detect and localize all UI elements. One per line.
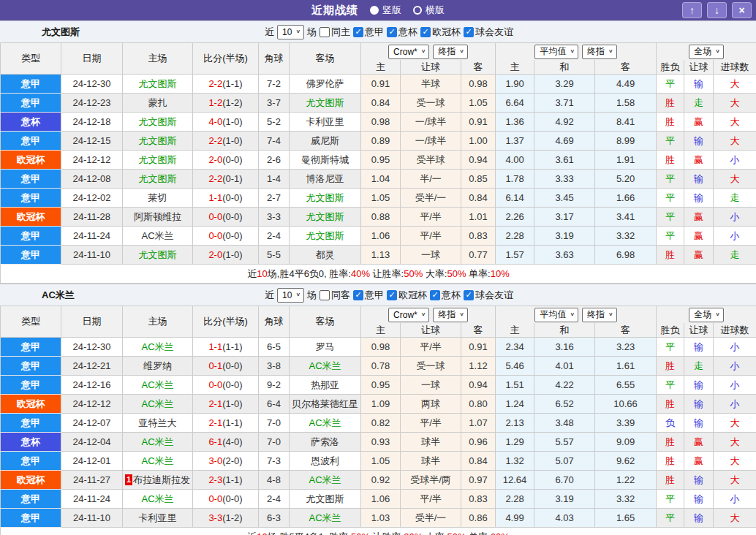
home-team-name: AC米兰 — [141, 493, 173, 504]
same-venue-checkbox[interactable]: 同主 — [320, 26, 350, 39]
full-time-score: 1-2 — [208, 97, 222, 108]
goals-result: 小 — [714, 151, 756, 170]
full-time-score: 1-1 — [208, 192, 222, 203]
handicap-line: 半球 — [401, 75, 461, 94]
bookmaker-select[interactable]: Crow*∨ — [388, 45, 429, 59]
goals-result: 小 — [714, 338, 756, 357]
team-section-2: AC米兰近10∨场同客意甲欧冠杯意杯球会友谊类型日期主场比分(半场)角球客场Cr… — [0, 284, 756, 535]
close-button[interactable]: × — [732, 2, 752, 18]
away-team: 卡利亚里 — [290, 113, 361, 132]
match-result: 胜 — [657, 113, 684, 132]
match-row: 意甲24-12-02莱切1-1(0-0)2-7尤文图斯1.05受半/一0.846… — [1, 189, 756, 208]
summary-value: 10 — [257, 531, 267, 535]
europe-home-odds: 2.34 — [496, 338, 534, 357]
filter-suffix-label: 场 — [307, 26, 317, 39]
league-checkbox-3[interactable]: 意杯 — [430, 289, 461, 302]
match-count-select[interactable]: 10∨ — [277, 25, 304, 39]
full-time-score: 3-0 — [208, 455, 222, 466]
home-team-name: 布拉迪斯拉发 — [133, 474, 190, 485]
europe-away-odds: 1.58 — [595, 94, 657, 113]
bookmaker-select[interactable]: Crow*∨ — [388, 308, 429, 322]
layout-radio-horizontal[interactable]: 横版 — [413, 4, 445, 17]
handicap-result: 赢 — [684, 151, 714, 170]
match-date: 24-12-21 — [61, 357, 123, 376]
away-team: 尤文图斯 — [290, 94, 361, 113]
match-date: 24-12-18 — [61, 113, 123, 132]
league-badge: 意甲 — [1, 170, 61, 189]
move-up-button[interactable]: ↑ — [682, 2, 702, 18]
europe-away-odds: 1.61 — [595, 357, 657, 376]
match-date: 24-12-01 — [61, 452, 123, 471]
half-time-score: (1-2) — [222, 97, 242, 108]
league-checkbox-3[interactable]: 欧冠杯 — [420, 26, 461, 39]
league-badge: 意甲 — [1, 452, 61, 471]
league-badge: 意甲 — [1, 509, 61, 528]
odds-stage-select[interactable]: 终指∨ — [433, 45, 468, 59]
checkbox-label: 球会友谊 — [475, 289, 513, 302]
full-time-score: 2-1 — [208, 398, 222, 409]
checkbox-checked-icon — [430, 290, 440, 300]
home-team: 维罗纳 — [123, 357, 193, 376]
handicap-line: 平/半 — [401, 338, 461, 357]
europe-away-odds: 1.22 — [595, 471, 657, 490]
asia-home-odds: 1.04 — [361, 170, 401, 189]
match-row: 欧冠杯24-12-12尤文图斯2-0(0-0)2-6曼彻斯特城0.95受半球0.… — [1, 151, 756, 170]
half-time-score: (1-0) — [222, 116, 242, 127]
match-row: 意甲24-12-15尤文图斯2-2(1-0)7-4威尼斯0.89一/球半1.00… — [1, 132, 756, 151]
match-date: 24-11-24 — [61, 227, 123, 246]
match-count-select[interactable]: 10∨ — [277, 288, 304, 303]
home-team-name: 维罗纳 — [143, 360, 172, 371]
handicap-line: 两球 — [401, 395, 461, 414]
match-row: 欧冠杯24-11-28阿斯顿维拉0-0(0-0)3-3尤文图斯0.88平/半1.… — [1, 208, 756, 227]
goals-result: 小 — [714, 490, 756, 509]
league-checkbox-4[interactable]: 球会友谊 — [464, 289, 513, 302]
europe-source-select[interactable]: 平均值∨ — [534, 308, 578, 322]
europe-stage-select[interactable]: 终指∨ — [582, 45, 617, 59]
league-checkbox-1[interactable]: 意甲 — [353, 26, 384, 39]
handicap-line: 一球 — [401, 376, 461, 395]
home-team-name: AC米兰 — [141, 398, 173, 409]
home-team: 尤文图斯 — [123, 75, 193, 94]
match-result: 平 — [657, 189, 684, 208]
scope-select[interactable]: 全场∨ — [689, 308, 724, 322]
half-time-score: (1-1) — [222, 78, 242, 89]
move-down-button[interactable]: ↓ — [707, 2, 727, 18]
europe-selects: 平均值∨终指∨ — [496, 45, 656, 59]
layout-radio-vertical[interactable]: 竖版 — [370, 4, 401, 17]
away-team-name: 罗马 — [316, 341, 335, 352]
league-badge: 意甲 — [1, 94, 61, 113]
asia-away-odds: 0.91 — [461, 338, 496, 357]
europe-home-odds: 2.28 — [496, 490, 534, 509]
sub-col-header: 进球数 — [714, 323, 756, 338]
asia-away-odds: 0.83 — [461, 227, 496, 246]
match-date: 24-12-15 — [61, 132, 123, 151]
titlebar: 近期战绩 竖版 横版 ↑ ↓ × — [0, 0, 756, 20]
full-time-score: 0-0 — [208, 379, 222, 390]
league-checkbox-2[interactable]: 欧冠杯 — [387, 289, 427, 302]
home-team-name: 阿斯顿维拉 — [134, 211, 181, 222]
asia-selects: Crow*∨终指∨ — [361, 45, 495, 59]
checkbox-checked-icon — [420, 27, 431, 37]
match-date: 24-12-08 — [61, 170, 123, 189]
match-row: 意甲24-12-01AC米兰3-0(2-0)7-3恩波利1.05球半0.841.… — [1, 452, 756, 471]
goals-result: 大 — [714, 509, 756, 528]
odds-stage-select[interactable]: 终指∨ — [433, 308, 468, 322]
europe-draw-odds: 6.52 — [534, 395, 595, 414]
sub-col-header: 胜负 — [657, 60, 684, 75]
scope-select[interactable]: 全场∨ — [689, 45, 724, 59]
same-venue-checkbox[interactable]: 同客 — [320, 289, 350, 302]
half-time-score: (0-1) — [222, 173, 242, 184]
away-team: 尤文图斯 — [290, 208, 361, 227]
europe-stage-select[interactable]: 终指∨ — [582, 308, 617, 322]
league-checkbox-2[interactable]: 意杯 — [387, 26, 417, 39]
match-date: 24-11-10 — [61, 509, 123, 528]
league-badge: 意甲 — [1, 357, 61, 376]
europe-source-select[interactable]: 平均值∨ — [534, 45, 578, 59]
league-checkbox-4[interactable]: 球会友谊 — [464, 26, 513, 39]
home-team-name: AC米兰 — [141, 230, 173, 241]
goals-result: 大 — [714, 113, 756, 132]
header-row-groups: 类型日期主场比分(半场)角球客场Crow*∨终指∨平均值∨终指∨全场∨ — [1, 306, 756, 324]
league-checkbox-1[interactable]: 意甲 — [353, 289, 384, 302]
sub-col-header: 让球 — [684, 60, 714, 75]
europe-home-odds: 5.46 — [496, 357, 534, 376]
